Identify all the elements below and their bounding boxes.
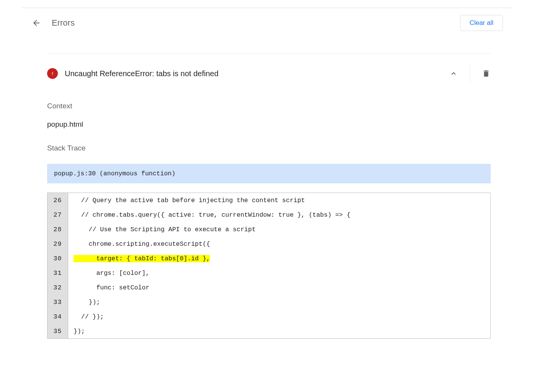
error-header-row: Uncaught ReferenceError: tabs is not def… (47, 53, 491, 87)
code-row: 30 target: { tabId: tabs[0].id }, (48, 251, 490, 266)
context-label: Context (47, 102, 491, 110)
code-row: 33 }); (48, 295, 490, 309)
chevron-up-icon (449, 69, 458, 78)
trash-icon (482, 69, 490, 78)
code-line: }); (68, 324, 490, 338)
line-number: 26 (48, 193, 68, 207)
line-number: 28 (48, 222, 68, 237)
context-value: popup.html (47, 120, 491, 129)
code-row: 31 args: [color], (48, 266, 490, 280)
code-line: // }); (68, 309, 490, 324)
line-number: 34 (48, 309, 68, 324)
error-title-group: Uncaught ReferenceError: tabs is not def… (47, 68, 218, 79)
code-line-highlighted: target: { tabId: tabs[0].id }, (68, 251, 490, 266)
code-row: 35}); (48, 324, 490, 338)
line-number: 30 (48, 251, 68, 266)
code-row: 26 // Query the active tab before inject… (48, 193, 490, 207)
line-number: 33 (48, 295, 68, 309)
delete-button[interactable] (482, 69, 491, 78)
error-actions (449, 64, 491, 83)
code-line: }); (68, 295, 490, 309)
code-row: 27 // chrome.tabs.query({ active: true, … (48, 207, 490, 222)
line-number: 32 (48, 280, 68, 295)
line-number: 31 (48, 266, 68, 280)
code-line: // chrome.tabs.query({ active: true, cur… (68, 207, 490, 222)
code-line: func: setColor (68, 280, 490, 295)
clear-all-button[interactable]: Clear all (460, 15, 503, 31)
error-section: Uncaught ReferenceError: tabs is not def… (26, 53, 512, 339)
code-row: 29 chrome.scripting.executeScript({ (48, 237, 490, 251)
code-block: 26 // Query the active tab before inject… (47, 193, 491, 339)
code-line: // Use the Scripting API to execute a sc… (68, 222, 490, 237)
stack-trace-location[interactable]: popup.js:30 (anonymous function) (47, 164, 491, 183)
error-message: Uncaught ReferenceError: tabs is not def… (65, 69, 218, 78)
header-left-group: Errors (32, 18, 75, 28)
code-row: 34 // }); (48, 309, 490, 324)
code-line: // Query the active tab before injecting… (68, 193, 490, 207)
stack-trace-label: Stack Trace (47, 144, 491, 152)
code-line: args: [color], (68, 266, 490, 280)
code-line: chrome.scripting.executeScript({ (68, 237, 490, 251)
error-icon (47, 68, 58, 79)
line-number: 29 (48, 237, 68, 251)
errors-page: Errors Clear all Uncaught ReferenceError… (22, 8, 512, 339)
page-header: Errors Clear all (26, 8, 512, 38)
vertical-divider (470, 64, 470, 83)
collapse-button[interactable] (449, 69, 458, 78)
page-title: Errors (52, 18, 75, 28)
back-arrow-icon[interactable] (32, 18, 41, 28)
line-number: 27 (48, 207, 68, 222)
code-row: 28 // Use the Scripting API to execute a… (48, 222, 490, 237)
code-row: 32 func: setColor (48, 280, 490, 295)
line-number: 35 (48, 324, 68, 338)
